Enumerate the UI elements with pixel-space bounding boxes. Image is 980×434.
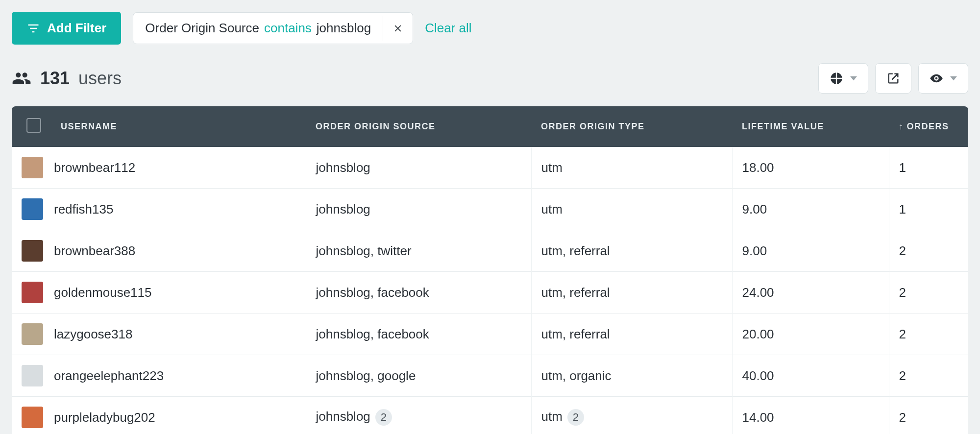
pie-chart-icon — [830, 72, 843, 85]
visibility-menu-button[interactable] — [918, 63, 968, 94]
origin-type-cell: utm, referral — [531, 313, 732, 355]
lifetime-value-cell: 40.00 — [732, 355, 889, 397]
filter-bar: Add Filter Order Origin Source contains … — [0, 0, 980, 45]
lifetime-value-cell: 20.00 — [732, 313, 889, 355]
add-filter-button[interactable]: Add Filter — [12, 12, 121, 45]
avatar — [22, 407, 43, 428]
username-cell[interactable]: purpleladybug202 — [12, 397, 306, 434]
username-text: purpleladybug202 — [54, 410, 155, 425]
lifetime-value-cell: 14.00 — [732, 397, 889, 434]
origin-source-cell: johnsblog — [306, 189, 531, 230]
origin-type-cell: utm, referral — [531, 272, 732, 313]
filter-field: Order Origin Source — [145, 21, 259, 36]
results-count: 131 users — [12, 68, 122, 89]
table-row[interactable]: brownbear388johnsblog, twitterutm, refer… — [12, 230, 968, 272]
table-header-row: USERNAME ORDER ORIGIN SOURCE ORDER ORIGI… — [12, 106, 968, 147]
users-table: USERNAME ORDER ORIGIN SOURCE ORDER ORIGI… — [12, 106, 968, 434]
username-cell[interactable]: brownbear112 — [12, 147, 306, 189]
column-header-origin-source[interactable]: ORDER ORIGIN SOURCE — [306, 106, 531, 147]
lifetime-value-cell: 18.00 — [732, 147, 889, 189]
avatar — [22, 365, 43, 386]
orders-cell: 1 — [889, 147, 968, 189]
username-text: brownbear388 — [54, 243, 135, 259]
origin-type-cell: utm — [531, 189, 732, 230]
column-header-origin-type[interactable]: ORDER ORIGIN TYPE — [531, 106, 732, 147]
origin-type-cell: utm, referral — [531, 230, 732, 272]
filter-operator: contains — [264, 21, 312, 36]
column-header-username[interactable]: USERNAME — [51, 106, 306, 147]
open-in-new-icon — [886, 72, 900, 85]
origin-source-cell: johnsblog, google — [306, 355, 531, 397]
table-row[interactable]: redfish135johnsblogutm9.001 — [12, 189, 968, 230]
results-header: 131 users — [0, 45, 980, 106]
username-text: redfish135 — [54, 202, 113, 217]
origin-type-cell: utm2 — [531, 397, 732, 434]
select-all-header[interactable] — [12, 106, 51, 147]
chevron-down-icon — [850, 75, 857, 82]
origin-source-cell: johnsblog, facebook — [306, 313, 531, 355]
chart-menu-button[interactable] — [818, 63, 868, 94]
avatar — [22, 198, 43, 220]
users-icon — [12, 69, 31, 88]
username-text: goldenmouse115 — [54, 285, 152, 300]
avatar — [22, 240, 43, 262]
username-text: brownbear112 — [54, 160, 135, 175]
table-row[interactable]: orangeelephant223johnsblog, googleutm, o… — [12, 355, 968, 397]
origin-source-cell: johnsblog — [306, 147, 531, 189]
filter-chip[interactable]: Order Origin Source contains johnsblog — [133, 12, 413, 44]
username-text: orangeelephant223 — [54, 368, 164, 384]
lifetime-value-cell: 9.00 — [732, 230, 889, 272]
orders-cell: 2 — [889, 397, 968, 434]
filter-chip-text: Order Origin Source contains johnsblog — [133, 13, 383, 44]
sort-asc-icon: ↑ — [899, 121, 904, 131]
add-filter-label: Add Filter — [47, 21, 106, 36]
select-all-checkbox[interactable] — [26, 118, 41, 133]
filter-icon — [26, 22, 40, 35]
filter-chip-remove-button[interactable] — [383, 16, 413, 41]
username-cell[interactable]: orangeelephant223 — [12, 355, 306, 397]
count-badge: 2 — [567, 409, 584, 426]
table-row[interactable]: lazygoose318johnsblog, facebookutm, refe… — [12, 313, 968, 355]
eye-icon — [930, 72, 943, 85]
orders-cell: 2 — [889, 272, 968, 313]
username-text: lazygoose318 — [54, 327, 132, 342]
table-row[interactable]: purpleladybug202johnsblog2utm214.002 — [12, 397, 968, 434]
results-count-number: 131 — [40, 68, 70, 89]
avatar — [22, 323, 43, 345]
avatar — [22, 157, 43, 178]
count-badge: 2 — [375, 409, 392, 426]
clear-all-button[interactable]: Clear all — [425, 21, 471, 36]
export-button[interactable] — [875, 63, 911, 94]
username-cell[interactable]: lazygoose318 — [12, 313, 306, 355]
table-row[interactable]: goldenmouse115johnsblog, facebookutm, re… — [12, 272, 968, 313]
origin-type-cell: utm, organic — [531, 355, 732, 397]
username-cell[interactable]: brownbear388 — [12, 230, 306, 272]
results-count-unit: users — [78, 68, 122, 89]
username-cell[interactable]: goldenmouse115 — [12, 272, 306, 313]
filter-value: johnsblog — [317, 21, 371, 36]
lifetime-value-cell: 9.00 — [732, 189, 889, 230]
orders-cell: 2 — [889, 313, 968, 355]
origin-source-cell: johnsblog, facebook — [306, 272, 531, 313]
origin-source-cell: johnsblog, twitter — [306, 230, 531, 272]
close-icon — [393, 24, 403, 33]
chevron-down-icon — [950, 75, 957, 82]
orders-cell: 2 — [889, 230, 968, 272]
origin-type-cell: utm — [531, 147, 732, 189]
orders-cell: 1 — [889, 189, 968, 230]
column-header-orders[interactable]: ↑ORDERS — [889, 106, 968, 147]
table-row[interactable]: brownbear112johnsblogutm18.001 — [12, 147, 968, 189]
orders-cell: 2 — [889, 355, 968, 397]
origin-source-cell: johnsblog2 — [306, 397, 531, 434]
users-table-wrap: USERNAME ORDER ORIGIN SOURCE ORDER ORIGI… — [0, 106, 980, 434]
avatar — [22, 282, 43, 303]
column-header-lifetime-value[interactable]: LIFETIME VALUE — [732, 106, 889, 147]
action-buttons — [818, 63, 968, 94]
username-cell[interactable]: redfish135 — [12, 189, 306, 230]
lifetime-value-cell: 24.00 — [732, 272, 889, 313]
